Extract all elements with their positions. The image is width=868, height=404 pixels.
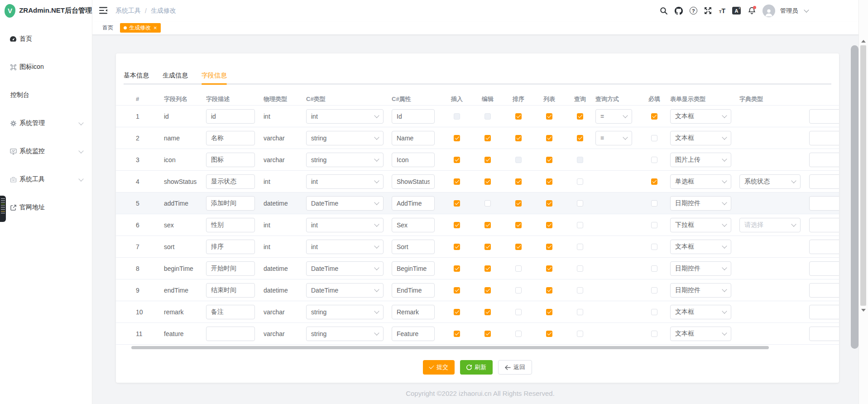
checkbox-required[interactable] [651,331,657,337]
bell-icon[interactable] [748,7,756,15]
input-extra[interactable] [809,153,839,167]
avatar[interactable] [762,5,775,17]
checkbox-query[interactable] [577,265,583,272]
select-csharp_type[interactable]: DateTime [306,261,384,276]
submit-button[interactable]: 提交 [423,360,455,375]
input-extra[interactable] [809,327,839,341]
checkbox-sort[interactable] [515,265,522,272]
select-display_type[interactable]: 图片上传 [670,153,731,167]
checkbox-required[interactable] [651,157,657,163]
settings-drawer-handle[interactable] [0,196,6,222]
input-description[interactable] [206,109,255,124]
checkbox-sort[interactable] [515,244,522,250]
checkbox-list[interactable] [546,265,552,272]
select-query_type[interactable]: = [595,109,632,124]
input-csharp_property[interactable] [392,261,435,276]
checkbox-edit[interactable] [484,331,491,337]
checkbox-insert[interactable] [454,287,460,293]
checkbox-insert[interactable] [454,157,460,163]
search-icon[interactable] [660,7,668,15]
sidebar-item-system-monitor[interactable]: 系统监控 [0,137,92,165]
checkbox-query[interactable] [577,287,583,293]
input-csharp_property[interactable] [392,240,435,254]
input-extra[interactable] [809,218,839,232]
checkbox-edit[interactable] [484,222,491,228]
select-display_type[interactable]: 文本框 [670,240,731,254]
checkbox-list[interactable] [546,222,552,228]
sidebar-item-system-manage[interactable]: 系统管理 [0,109,92,137]
checkbox-insert[interactable] [454,331,460,337]
sidebar-item-home[interactable]: 首页 [0,25,92,53]
input-description[interactable] [206,305,255,319]
input-extra[interactable] [809,196,839,211]
checkbox-required[interactable] [651,113,657,120]
select-csharp_type[interactable]: string [306,131,384,145]
checkbox-required[interactable] [651,265,657,272]
checkbox-query[interactable] [577,331,583,337]
github-icon[interactable] [675,7,683,15]
checkbox-list[interactable] [546,287,552,293]
input-description[interactable] [206,218,255,232]
checkbox-edit[interactable] [484,135,491,141]
sidebar-item-system-tools[interactable]: 系统工具 [0,165,92,193]
checkbox-insert[interactable] [454,178,460,185]
checkbox-insert[interactable] [454,200,460,207]
checkbox-list[interactable] [546,309,552,315]
input-description[interactable] [206,240,255,254]
select-csharp_type[interactable]: int [306,174,384,189]
checkbox-list[interactable] [546,157,552,163]
checkbox-list[interactable] [546,331,552,337]
font-size-icon[interactable]: TT [719,8,725,14]
checkbox-list[interactable] [546,113,552,120]
checkbox-required[interactable] [651,309,657,315]
checkbox-required[interactable] [651,287,657,293]
checkbox-list[interactable] [546,178,552,185]
select-display_type[interactable]: 文本框 [670,305,731,319]
sidebar-item-icons[interactable]: 图标icon [0,53,92,81]
input-extra[interactable] [809,240,839,254]
select-csharp_type[interactable]: int [306,109,384,124]
select-display_type[interactable]: 文本框 [670,327,731,341]
input-description[interactable] [206,283,255,298]
checkbox-sort[interactable] [515,157,522,163]
select-display_type[interactable]: 单选框 [670,174,731,189]
select-csharp_type[interactable]: DateTime [306,196,384,211]
sidebar-item-website[interactable]: 官网地址 [0,193,92,221]
select-display_type[interactable]: 文本框 [670,109,731,124]
select-csharp_type[interactable]: int [306,240,384,254]
select-query_type[interactable]: = [595,131,632,145]
back-button[interactable]: 返回 [498,360,532,375]
select-csharp_type[interactable]: int [306,218,384,232]
select-display_type[interactable]: 日期控件 [670,283,731,298]
checkbox-query[interactable] [577,135,583,141]
input-description[interactable] [206,153,255,167]
checkbox-insert[interactable] [454,135,460,141]
sidebar-item-console[interactable]: 控制台 [0,81,92,109]
checkbox-insert[interactable] [454,265,460,272]
checkbox-sort[interactable] [515,287,522,293]
checkbox-insert[interactable] [454,244,460,250]
checkbox-sort[interactable] [515,178,522,185]
checkbox-sort[interactable] [515,135,522,141]
scroll-down-icon[interactable] [861,309,866,312]
select-csharp_type[interactable]: string [306,327,384,341]
checkbox-edit[interactable] [484,113,491,120]
scroll-up-icon[interactable] [861,40,866,43]
input-description[interactable] [206,196,255,211]
checkbox-required[interactable] [651,200,657,207]
checkbox-edit[interactable] [484,178,491,185]
checkbox-required[interactable] [651,135,657,141]
page-scrollbar-thumb[interactable] [860,45,866,306]
tab-1[interactable]: 生成信息 [163,67,188,83]
input-extra[interactable] [809,283,839,298]
input-extra[interactable] [809,261,839,276]
select-dict_type[interactable]: 请选择 [739,218,801,232]
checkbox-required[interactable] [651,244,657,250]
breadcrumb-item-1[interactable]: 系统工具 [115,7,141,15]
checkbox-query[interactable] [577,113,583,120]
checkbox-list[interactable] [546,200,552,207]
checkbox-list[interactable] [546,135,552,141]
checkbox-edit[interactable] [484,244,491,250]
checkbox-sort[interactable] [515,309,522,315]
checkbox-insert[interactable] [454,222,460,228]
